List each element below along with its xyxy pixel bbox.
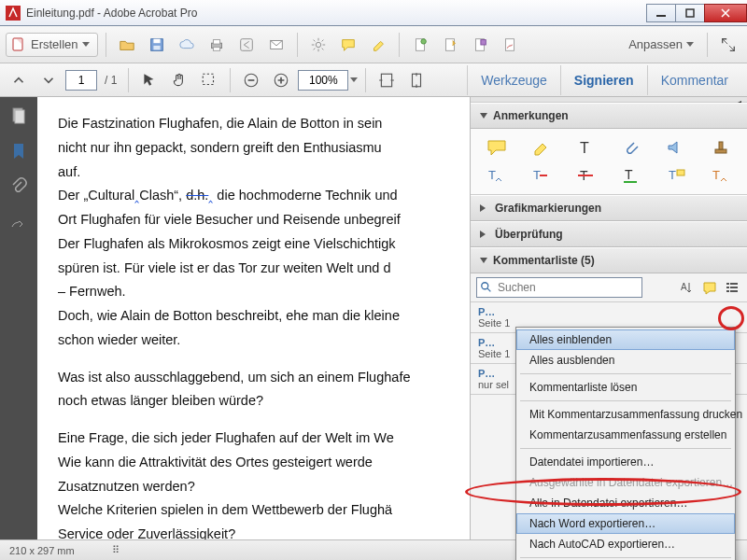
- sign-link[interactable]: Signieren: [560, 65, 647, 95]
- filter-button[interactable]: [700, 278, 719, 297]
- minimize-button[interactable]: [646, 4, 676, 22]
- zoom-in-button[interactable]: [268, 67, 294, 93]
- page-sign-button[interactable]: [497, 32, 523, 58]
- svg-rect-18: [505, 38, 514, 50]
- svg-rect-10: [240, 38, 252, 50]
- customize-button[interactable]: Anpassen: [623, 34, 699, 55]
- svg-rect-41: [730, 287, 738, 288]
- marquee-zoom-button[interactable]: [196, 67, 222, 93]
- comment-search-row: A: [471, 273, 747, 302]
- menu-detach-list[interactable]: Kommentarliste lösen: [516, 377, 735, 398]
- fit-page-button[interactable]: [403, 67, 430, 93]
- bookmarks-icon[interactable]: [9, 142, 28, 161]
- note-button[interactable]: [335, 32, 361, 58]
- page-dimensions: 210 x 297 mm: [9, 545, 75, 556]
- audio-tool[interactable]: [661, 138, 691, 157]
- strikeout-tool[interactable]: T: [571, 166, 601, 185]
- menu-print-summary[interactable]: Mit Kommentarzusammenfassung drucken: [516, 404, 735, 425]
- highlight-button[interactable]: [365, 32, 391, 58]
- text-tool[interactable]: T: [571, 138, 601, 157]
- svg-text:T: T: [488, 168, 496, 182]
- draw-markings-header[interactable]: Grafikmarkierungen: [471, 195, 747, 221]
- doc-line: – Fernweh.: [58, 284, 126, 299]
- page-tool2-button[interactable]: [437, 32, 463, 58]
- attachments-icon[interactable]: [9, 177, 28, 196]
- chevron-down-icon[interactable]: [350, 77, 358, 82]
- signatures-icon[interactable]: [9, 213, 28, 231]
- svg-rect-6: [153, 45, 160, 49]
- menu-hide-all[interactable]: Alles ausblenden: [516, 350, 735, 371]
- search-icon: [480, 281, 493, 294]
- page-tool3-button[interactable]: [467, 32, 493, 58]
- share-button[interactable]: [233, 32, 260, 58]
- sort-button[interactable]: A: [678, 278, 697, 297]
- zoom-value-input[interactable]: [298, 70, 348, 91]
- svg-rect-5: [153, 38, 160, 43]
- status-separator: ⠿: [112, 544, 120, 556]
- print-button[interactable]: [204, 32, 230, 58]
- insert-text-tool[interactable]: T: [482, 166, 512, 185]
- doc-line: Der Flughafen als Mikrokosmos zeigt eine…: [58, 236, 396, 251]
- svg-rect-2: [686, 9, 694, 17]
- cloud-button[interactable]: [174, 32, 200, 58]
- options-menu-button[interactable]: [723, 278, 741, 297]
- doc-line: Doch, wie Alain de Botton beschreibt, eh…: [58, 308, 400, 323]
- menu-export-all-data[interactable]: Alle in Datendatei exportieren…: [516, 493, 735, 513]
- stamp-tool[interactable]: [706, 138, 736, 157]
- replace-text-tool[interactable]: T: [527, 166, 557, 185]
- page-number-input[interactable]: [65, 70, 97, 91]
- fit-width-button[interactable]: [374, 67, 400, 93]
- menu-export-to-autocad[interactable]: Nach AutoCAD exportieren…: [516, 534, 735, 554]
- svg-rect-42: [726, 290, 729, 292]
- menu-import-data[interactable]: Datendatei importieren…: [516, 452, 735, 472]
- menu-create-summary[interactable]: Kommentarzusammenfassung erstellen: [516, 425, 735, 445]
- email-button[interactable]: [263, 32, 289, 58]
- menu-export-to-word[interactable]: Nach Word exportieren…: [516, 513, 735, 534]
- svg-rect-22: [382, 74, 392, 87]
- annotations-header[interactable]: Anmerkungen: [471, 103, 747, 129]
- doc-line: noch etwas länger bleiben würde?: [58, 393, 263, 408]
- svg-rect-43: [730, 290, 738, 292]
- comment-search-input[interactable]: [476, 277, 642, 298]
- doc-line: auf.: [58, 164, 80, 179]
- svg-rect-38: [726, 283, 729, 285]
- hand-tool-button[interactable]: [166, 67, 192, 93]
- gear-button[interactable]: [305, 32, 331, 58]
- page-up-button[interactable]: [6, 67, 32, 93]
- page-count-label: / 1: [101, 74, 120, 87]
- review-header[interactable]: Überprüfung: [471, 221, 747, 247]
- select-tool-button[interactable]: [136, 67, 162, 93]
- svg-rect-28: [719, 142, 723, 149]
- left-rail: [0, 97, 37, 539]
- create-button[interactable]: Erstellen: [6, 33, 98, 57]
- page-tool1-button[interactable]: [407, 32, 433, 58]
- comment-list-header[interactable]: Kommentarliste (5): [471, 247, 747, 273]
- close-button[interactable]: [704, 4, 747, 22]
- text-correction-tool[interactable]: T: [706, 166, 736, 185]
- svg-rect-34: [677, 170, 684, 175]
- svg-point-14: [420, 38, 425, 43]
- maximize-button[interactable]: [675, 4, 705, 22]
- underline-tool[interactable]: T: [616, 166, 646, 185]
- tools-link[interactable]: Werkzeuge: [467, 65, 560, 95]
- comment-link[interactable]: Kommentar: [647, 65, 741, 95]
- document-view[interactable]: Die Fastzination Flughafen, die Alain de…: [37, 97, 471, 539]
- fullscreen-button[interactable]: [715, 32, 741, 58]
- zoom-out-button[interactable]: [238, 67, 264, 93]
- pages-thumbnails-icon[interactable]: [9, 106, 28, 125]
- doc-line: Was ist also ausschlaggebend, um sich an…: [58, 370, 410, 385]
- page-down-button[interactable]: [35, 67, 62, 93]
- add-note-to-text-tool[interactable]: T: [661, 166, 691, 185]
- open-file-button[interactable]: [114, 32, 140, 58]
- menu-show-all[interactable]: Alles einblenden: [516, 329, 735, 350]
- attach-tool[interactable]: [616, 138, 646, 157]
- svg-rect-17: [480, 39, 485, 44]
- highlight-tool[interactable]: [527, 138, 557, 157]
- svg-rect-9: [213, 47, 219, 50]
- options-context-menu: Alles einblenden Alles ausblenden Kommen…: [515, 327, 736, 560]
- doc-line: Clash“,: [139, 188, 186, 203]
- svg-text:T: T: [669, 168, 676, 182]
- sticky-note-tool[interactable]: [482, 138, 512, 157]
- svg-text:A: A: [681, 282, 687, 292]
- save-button[interactable]: [144, 32, 170, 58]
